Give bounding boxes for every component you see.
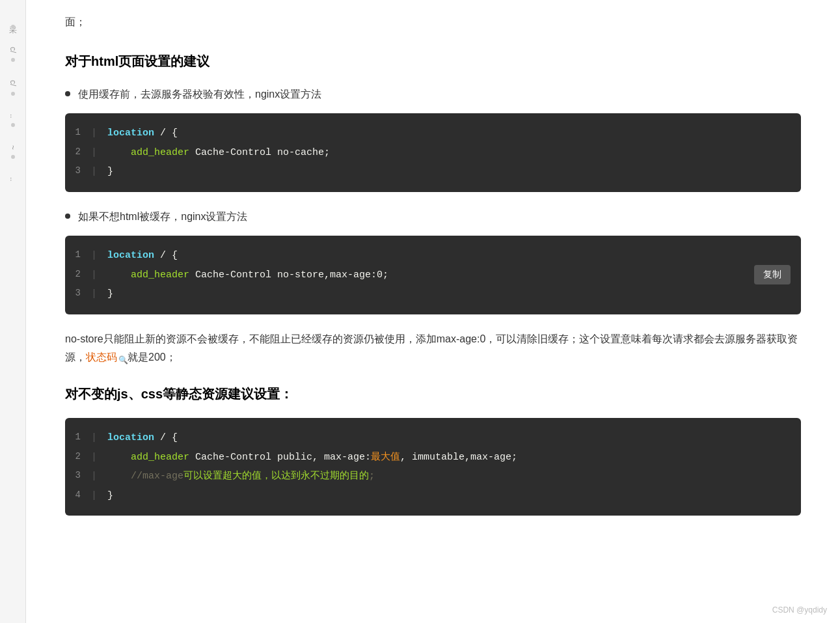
line-num-2-1: 1 [65, 247, 91, 263]
line-num-1-1: 1 [65, 125, 91, 141]
line-num-3-4: 4 [65, 488, 91, 503]
sidebar-dot-4 [11, 123, 15, 127]
code-line-1-2: 2 | add_header Cache-Control no-cache; [65, 143, 801, 163]
section2-heading: 对不变的js、css等静态资源建议设置： [65, 383, 801, 405]
bullet-text-1: 使用缓存前，去源服务器校验有效性，nginx设置方法 [78, 85, 321, 103]
line-code-1-1: location / { [107, 125, 178, 142]
bullet-item-1: 使用缓存前，去源服务器校验有效性，nginx设置方法 [65, 85, 801, 103]
line-code-2-2: add_header Cache-Control no-store,max-ag… [107, 267, 388, 284]
code-line-3-3: 3 | //max-age可以设置超大的值，以达到永不过期的目的; [65, 467, 801, 486]
code-line-1-3: 3 | } [65, 162, 801, 182]
line-code-3-2: add_header Cache-Control public, max-age… [107, 449, 517, 466]
link-text: 状态码 [86, 352, 117, 363]
sidebar-label-2: c/ [6, 47, 19, 53]
line-code-2-3: } [107, 286, 113, 303]
line-code-3-1: location / { [107, 430, 178, 447]
line-sep-3-4: | [91, 488, 107, 505]
line-num-3-3: 3 [65, 468, 91, 484]
sidebar-dot-3 [11, 92, 15, 96]
code-line-2-3: 3 | } [65, 284, 801, 304]
line-sep-3-3: | [91, 468, 107, 485]
watermark: CSDN @yqdidy [772, 603, 827, 616]
line-sep-2-2: | [91, 267, 107, 284]
section1-heading: 对于html页面设置的建议 [65, 50, 801, 72]
code-block-3: 1 | location / { 2 | add_header Cache-Co… [65, 418, 801, 516]
line-sep-1-3: | [91, 163, 107, 180]
code-line-2-1: 1 | location / { [65, 246, 801, 266]
line-sep-2-1: | [91, 247, 107, 264]
line-num-3-2: 2 [65, 449, 91, 465]
search-icon: 🔍 [118, 353, 128, 363]
bullet-text-2: 如果不想html被缓存，nginx设置方法 [78, 208, 247, 225]
line-sep-2-3: | [91, 286, 107, 303]
code-line-3-2: 2 | add_header Cache-Control public, max… [65, 448, 801, 467]
line-code-2-1: location / { [107, 247, 178, 264]
code-line-1-1: 1 | location / { [65, 124, 801, 143]
line-code-3-3: //max-age可以设置超大的值，以达到永不过期的目的; [107, 468, 375, 485]
code-line-3-1: 1 | location / { [65, 428, 801, 448]
paragraph-after: 就是200； [128, 352, 176, 363]
code-block-1: 1 | location / { 2 | add_header Cache-Co… [65, 113, 801, 192]
top-text: 面； [65, 13, 801, 31]
line-num-1-2: 2 [65, 145, 91, 160]
sidebar-label-3: c/ [6, 80, 19, 86]
code-line-3-4: 4 | } [65, 486, 801, 506]
sidebar-label-5: ~ [6, 145, 19, 150]
copy-button[interactable]: 复制 [754, 265, 791, 284]
line-num-2-3: 3 [65, 286, 91, 301]
status-code-link[interactable]: 状态码🔍 [86, 352, 128, 363]
bullet-item-2: 如果不想html被缓存，nginx设置方法 [65, 208, 801, 225]
line-sep-3-1: | [91, 430, 107, 447]
line-num-2-2: 2 [65, 267, 91, 283]
code-block-2: 1 | location / { 2 | add_header Cache-Co… [65, 236, 801, 314]
sidebar-dot-1 [11, 25, 15, 29]
line-sep-1-2: | [91, 145, 107, 161]
line-num-1-3: 3 [65, 163, 91, 179]
left-sidebar: 采 c/ c/ .. ~ .. [0, 0, 26, 623]
sidebar-label-4: .. [6, 114, 19, 118]
line-sep-1-1: | [91, 125, 107, 142]
sidebar-label-6: .. [6, 177, 19, 182]
line-num-3-1: 1 [65, 430, 91, 445]
page-container: 采 c/ c/ .. ~ .. 面； 对于html页面设置的建议 使用缓存前，去… [0, 0, 840, 623]
line-code-3-4: } [107, 488, 113, 505]
sidebar-dot-2 [11, 58, 15, 62]
code-line-2-2: 2 | add_header Cache-Control no-store,ma… [65, 266, 801, 285]
paragraph-text: no-store只能阻止新的资源不会被缓存，不能阻止已经缓存的资源仍被使用，添加… [65, 330, 801, 368]
line-code-1-2: add_header Cache-Control no-cache; [107, 145, 330, 161]
bullet-dot-2 [65, 214, 70, 219]
line-sep-3-2: | [91, 449, 107, 466]
main-content: 面； 对于html页面设置的建议 使用缓存前，去源服务器校验有效性，nginx设… [26, 0, 840, 623]
line-code-1-3: } [107, 163, 113, 180]
sidebar-dot-5 [11, 155, 15, 159]
bullet-dot-1 [65, 91, 70, 96]
